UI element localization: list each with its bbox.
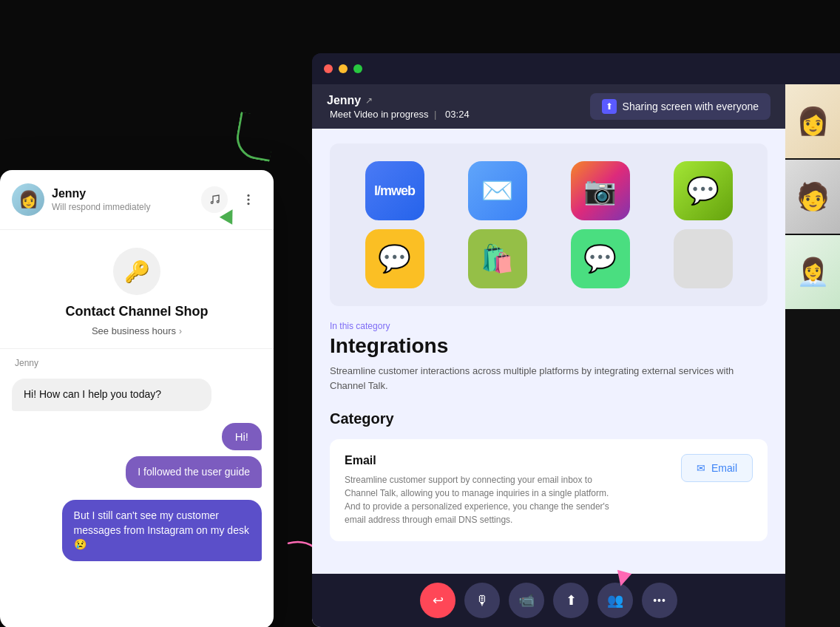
email-card-description: Streamline customer support by connectin… [345, 473, 626, 526]
ellipsis-icon: ••• [653, 594, 666, 606]
app-icon-groupchat[interactable]: 💬 [674, 161, 733, 220]
chevron-right-icon: › [179, 326, 182, 336]
email-card-title: Email [345, 454, 626, 467]
main-window: Jenny ↗ Meet Video in progress | 03:24 ⬆… [312, 53, 840, 627]
participant-thumb-2[interactable]: 🧑 [785, 160, 840, 234]
svg-point-1 [247, 198, 249, 200]
category-label: In this category [330, 321, 768, 331]
video-controls-bar: ↩ 🎙 📹 ⬆ 👥 ••• [312, 574, 785, 627]
more-button[interactable] [235, 186, 262, 213]
app-icon-bubble[interactable]: 💬 [365, 229, 424, 288]
external-link-icon[interactable]: ↗ [365, 95, 373, 106]
email-button-icon: ✉ [697, 462, 705, 474]
share-screen-badge: ⬆ Sharing screen with everyone [590, 93, 770, 120]
participant-thumb-3[interactable]: 👩‍💼 [785, 235, 840, 309]
agent-message-1: Hi! How can I help you today? [12, 379, 211, 411]
user-message-instagram: But I still can't see my customer messag… [12, 500, 262, 567]
shop-icon: 🔑 [113, 248, 160, 295]
close-button[interactable] [324, 64, 333, 73]
share-screen-label: Sharing screen with everyone [623, 101, 759, 112]
agent-info: Jenny Will respond immediately [52, 187, 201, 212]
app-icon-empty [674, 229, 733, 288]
app-icon-email[interactable]: ✉️ [468, 161, 527, 220]
video-strip: 👩 🧑 👩‍💼 [785, 84, 840, 627]
agent-avatar: 👩 [12, 183, 44, 216]
share-screen-icon: ⬆ [602, 99, 617, 114]
video-meta: Meet Video in progress | 03:24 [327, 109, 470, 120]
camera-icon: 📹 [518, 592, 535, 609]
user-bubble-guide: I followed the user guide [126, 456, 262, 489]
chat-panel: 👩 Jenny Will respond immediately [0, 170, 274, 627]
integrations-grid: l/mweb ✉️ 📷 💬 💬 [330, 143, 768, 306]
person-silhouette-2: 🧑 [796, 181, 830, 212]
messages-list: Jenny Hi! How can I help you today? Hi! … [0, 349, 274, 576]
shop-info: 🔑 Contact Channel Shop See business hour… [0, 230, 274, 349]
shop-hours-link[interactable]: See business hours › [92, 325, 182, 336]
content-area[interactable]: l/mweb ✉️ 📷 💬 💬 [312, 129, 785, 571]
user-bubble-hi: Hi! [222, 423, 262, 450]
share-icon: ⬆ [566, 592, 577, 609]
svg-point-2 [247, 203, 249, 205]
integrations-desc: Streamline customer interactions across … [330, 364, 768, 393]
sender-label: Jenny [15, 358, 262, 368]
people-icon: 👥 [607, 592, 623, 609]
person-silhouette-3: 👩‍💼 [796, 257, 830, 288]
agent-name: Jenny [52, 187, 201, 200]
caller-name: Jenny [327, 94, 361, 107]
video-main: Jenny ↗ Meet Video in progress | 03:24 ⬆… [312, 84, 785, 627]
integrations-title: Integrations [330, 334, 768, 358]
chat-header: 👩 Jenny Will respond immediately [0, 170, 274, 230]
user-bubble-instagram: But I still can't see my customer messag… [62, 500, 262, 561]
leave-call-button[interactable]: ↩ [420, 583, 455, 618]
app-icon-imessage[interactable]: 💬 [571, 229, 630, 288]
person-silhouette-1: 👩 [796, 106, 830, 137]
shop-hours-label: See business hours [92, 325, 176, 336]
video-toggle-button[interactable]: 📹 [509, 583, 544, 618]
minimize-button[interactable] [339, 64, 348, 73]
video-header: Jenny ↗ Meet Video in progress | 03:24 ⬆… [312, 84, 785, 129]
video-area: Jenny ↗ Meet Video in progress | 03:24 ⬆… [312, 84, 840, 627]
window-titlebar [312, 53, 840, 84]
user-message-hi: Hi! [12, 423, 262, 450]
shop-name: Contact Channel Shop [66, 304, 209, 319]
maximize-button[interactable] [353, 64, 362, 73]
more-options-button[interactable]: ••• [642, 583, 677, 618]
caller-info: Jenny ↗ Meet Video in progress | 03:24 [327, 94, 470, 120]
leave-icon: ↩ [433, 592, 444, 609]
user-message-guide: I followed the user guide [12, 456, 262, 495]
email-integration-button[interactable]: ✉ Email [681, 454, 753, 482]
email-card-info: Email Streamline customer support by con… [345, 454, 626, 526]
email-button-label: Email [711, 462, 737, 474]
app-icon-instagram[interactable]: 📷 [571, 161, 630, 220]
app-icon-imweb[interactable]: l/mweb [365, 161, 424, 220]
category-section-label: Category [330, 410, 768, 427]
participant-thumb-1[interactable]: 👩 [785, 84, 840, 158]
email-card: Email Streamline customer support by con… [330, 439, 768, 541]
share-button[interactable]: ⬆ [553, 583, 589, 618]
pink-cursor-decoration [615, 572, 630, 586]
mute-button[interactable]: 🎙 [464, 583, 500, 618]
mic-icon: 🎙 [475, 593, 489, 609]
app-icon-shopify[interactable]: 🛍️ [468, 229, 527, 288]
agent-status: Will respond immediately [52, 202, 201, 212]
svg-point-0 [247, 194, 249, 197]
